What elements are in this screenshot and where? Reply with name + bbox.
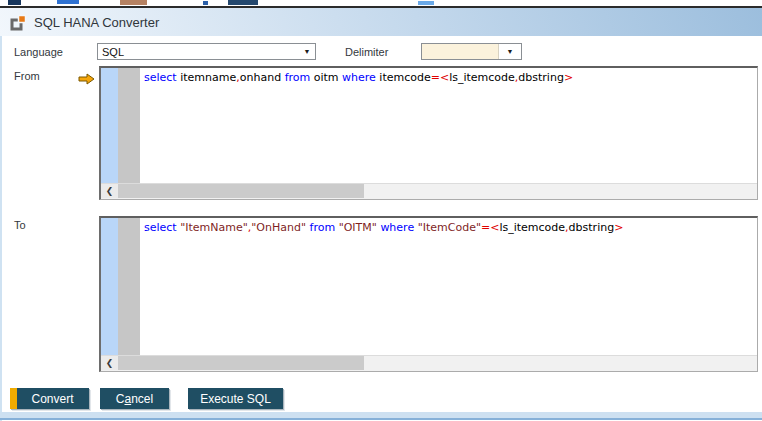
delimiter-label: Delimiter bbox=[345, 46, 388, 58]
to-sql-editor[interactable]: select "ItemName","OnHand" from "OITM" w… bbox=[99, 216, 758, 372]
delimiter-dropdown-button[interactable]: ▼ bbox=[498, 44, 521, 59]
from-sql-editor[interactable]: select itemname,onhand from oitm where i… bbox=[99, 66, 758, 200]
cancel-button[interactable]: Cancel bbox=[100, 388, 169, 409]
default-button-stripe bbox=[10, 388, 17, 409]
background-toolbar-fragment bbox=[418, 1, 434, 5]
convert-button[interactable]: Convert bbox=[10, 388, 89, 409]
window-left-border bbox=[0, 36, 2, 421]
button-bar: Convert Cancel Execute SQL bbox=[0, 388, 762, 410]
background-toolbar-fragment bbox=[203, 1, 208, 5]
scrollbar-thumb[interactable] bbox=[118, 356, 364, 370]
cancel-button-label: Cancel bbox=[116, 392, 153, 406]
from-label: From bbox=[14, 70, 40, 82]
convert-button-label: Convert bbox=[31, 392, 73, 406]
to-sql-code[interactable]: select "ItemName","OnHand" from "OITM" w… bbox=[144, 221, 755, 234]
editor-selection-margin bbox=[101, 68, 118, 184]
app-window-icon bbox=[10, 14, 27, 31]
language-dropdown[interactable]: SQL ▼ bbox=[97, 43, 316, 60]
from-horizontal-scrollbar[interactable]: ❮ bbox=[101, 183, 757, 199]
window-title: SQL HANA Converter bbox=[34, 15, 159, 30]
background-toolbar-fragment bbox=[8, 0, 21, 5]
background-toolbar-fragment bbox=[57, 0, 79, 4]
language-label: Language bbox=[14, 46, 63, 58]
chevron-down-icon: ▼ bbox=[299, 44, 315, 59]
title-bar[interactable]: SQL HANA Converter bbox=[0, 8, 762, 36]
scrollbar-thumb[interactable] bbox=[118, 184, 364, 198]
background-toolbar-fragment bbox=[120, 0, 147, 5]
execute-sql-button-label: Execute SQL bbox=[200, 392, 271, 406]
editor-selection-margin bbox=[101, 218, 118, 356]
editor-fold-margin bbox=[118, 218, 140, 356]
execute-sql-button[interactable]: Execute SQL bbox=[188, 388, 283, 409]
to-horizontal-scrollbar[interactable]: ❮ bbox=[101, 355, 757, 371]
language-dropdown-value: SQL bbox=[98, 46, 299, 58]
scroll-left-arrow-icon[interactable]: ❮ bbox=[101, 356, 118, 370]
link-arrow-icon[interactable] bbox=[78, 71, 95, 83]
delimiter-dropdown[interactable]: ▼ bbox=[421, 43, 522, 60]
background-toolbar-fragment bbox=[228, 0, 258, 5]
scroll-left-arrow-icon[interactable]: ❮ bbox=[101, 184, 118, 198]
to-label: To bbox=[14, 219, 26, 231]
chevron-down-icon: ▼ bbox=[507, 44, 514, 59]
from-sql-code[interactable]: select itemname,onhand from oitm where i… bbox=[144, 71, 755, 84]
window-bottom-border bbox=[0, 418, 762, 420]
editor-fold-margin bbox=[118, 68, 140, 184]
